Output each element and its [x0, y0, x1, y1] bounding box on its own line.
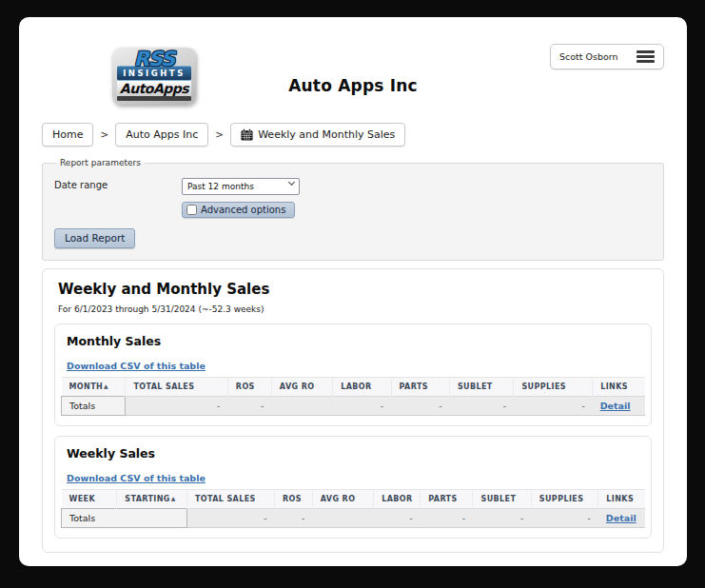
advanced-options-toggle[interactable]: Advanced options: [182, 202, 295, 218]
copyright-line: Copyright 2007 - 2024 Repair Shop Soluti…: [42, 563, 664, 566]
footer: Copyright 2007 - 2024 Repair Shop Soluti…: [42, 563, 664, 566]
column-header-supplies[interactable]: SUPPLIES: [531, 490, 598, 509]
totals-value-cell: -: [374, 509, 421, 528]
column-header-sublet[interactable]: SUBLET: [449, 378, 513, 397]
breadcrumb-separator: >: [215, 128, 224, 140]
breadcrumb-item-home[interactable]: Home: [42, 123, 93, 147]
calendar-icon: [241, 128, 253, 141]
column-header-avg-ro[interactable]: AVG RO: [271, 378, 332, 397]
column-header-total-sales[interactable]: TOTAL SALES: [186, 490, 274, 509]
report-parameters-legend: Report parameters: [56, 158, 145, 167]
monthly-sales-table: MONTH▲TOTAL SALESROSAVG ROLABORPARTSSUBL…: [61, 377, 645, 416]
totals-label-cell: Totals: [62, 509, 187, 528]
table-header-row: MONTH▲TOTAL SALESROSAVG ROLABORPARTSSUBL…: [62, 378, 646, 397]
totals-value-cell: -: [274, 509, 312, 528]
column-header-links[interactable]: LINKS: [598, 490, 645, 509]
totals-value-cell: -: [333, 397, 391, 416]
advanced-options-checkbox[interactable]: [186, 205, 197, 215]
table-header-row: WEEKSTARTING▲TOTAL SALESROSAVG ROLABORPA…: [62, 490, 646, 509]
links-cell: Detail: [598, 509, 645, 528]
monthly-sales-title: Monthly Sales: [67, 334, 645, 348]
page-background: RSS INSIGHTS AutoApps Auto Apps Inc Scot…: [0, 0, 705, 588]
logo-tagline-strip: [117, 96, 191, 101]
breadcrumb-label: Weekly and Monthly Sales: [258, 128, 395, 141]
totals-row: Totals------Detail: [62, 509, 646, 528]
totals-value-cell: -: [421, 509, 473, 528]
breadcrumb-separator: >: [100, 128, 108, 140]
column-header-parts[interactable]: PARTS: [391, 378, 449, 397]
breadcrumb-label: Auto Apps Inc: [126, 128, 198, 141]
column-header-links[interactable]: LINKS: [593, 378, 645, 397]
monthly-sales-section: Monthly Sales Download CSV of this table…: [54, 323, 652, 426]
column-header-labor[interactable]: LABOR: [374, 490, 421, 509]
weekly-sales-table: WEEKSTARTING▲TOTAL SALESROSAVG ROLABORPA…: [61, 489, 645, 528]
app-card: RSS INSIGHTS AutoApps Auto Apps Inc Scot…: [19, 17, 687, 566]
links-cell: Detail: [593, 397, 645, 416]
report-parameters-fieldset: Report parameters Date range Past 12 mon…: [42, 158, 664, 261]
totals-value-cell: -: [391, 397, 449, 416]
weekly-sales-title: Weekly Sales: [67, 446, 645, 461]
column-header-supplies[interactable]: SUPPLIES: [514, 378, 593, 397]
header: RSS INSIGHTS AutoApps Auto Apps Inc Scot…: [42, 42, 664, 122]
weekly-sales-section: Weekly Sales Download CSV of this table …: [54, 436, 652, 539]
totals-value-cell: [271, 397, 332, 416]
hamburger-menu-icon[interactable]: [636, 50, 655, 63]
breadcrumb: Home > Auto Apps Inc > Weekly and: [42, 122, 664, 147]
detail-link[interactable]: Detail: [600, 401, 631, 411]
detail-link[interactable]: Detail: [606, 513, 636, 523]
user-menu[interactable]: Scott Osborn: [550, 44, 664, 69]
column-header-avg-ro[interactable]: AVG RO: [312, 490, 373, 509]
column-header-total-sales[interactable]: TOTAL SALES: [126, 378, 227, 397]
download-csv-link[interactable]: Download CSV of this table: [67, 361, 206, 371]
column-header-sublet[interactable]: SUBLET: [473, 490, 531, 509]
sort-ascending-icon: ▲: [104, 382, 108, 389]
column-header-labor[interactable]: LABOR: [333, 378, 391, 397]
column-header-month[interactable]: MONTH▲: [62, 378, 126, 397]
totals-value-cell: -: [531, 509, 598, 528]
user-name: Scott Osborn: [559, 51, 618, 62]
totals-value-cell: -: [449, 397, 513, 416]
load-report-button[interactable]: Load Report: [54, 228, 135, 248]
rss-insights-autoapps-logo: RSS INSIGHTS AutoApps: [112, 48, 196, 105]
breadcrumb-item-auto-apps-inc[interactable]: Auto Apps Inc: [115, 123, 208, 147]
report-container: Weekly and Monthly Sales For 6/1/2023 th…: [42, 268, 664, 553]
sort-ascending-icon: ▲: [171, 495, 176, 501]
logo-rss-text: RSS: [117, 50, 191, 69]
column-header-ros[interactable]: ROS: [274, 490, 312, 509]
report-title: Weekly and Monthly Sales: [58, 281, 652, 298]
column-header-week[interactable]: WEEK: [62, 490, 117, 509]
totals-value-cell: -: [514, 397, 593, 416]
totals-value-cell: -: [186, 509, 274, 528]
totals-value-cell: -: [126, 397, 227, 416]
totals-value-cell: -: [473, 509, 531, 528]
date-range-select[interactable]: Past 12 months: [182, 178, 300, 195]
totals-value-cell: [312, 509, 373, 528]
column-header-ros[interactable]: ROS: [227, 378, 271, 397]
totals-value-cell: -: [227, 397, 271, 416]
report-date-range-subtitle: For 6/1/2023 through 5/31/2024 (~-52.3 w…: [58, 304, 652, 314]
download-csv-link[interactable]: Download CSV of this table: [67, 473, 206, 483]
date-range-label: Date range: [54, 180, 182, 190]
totals-row: Totals------Detail: [62, 397, 646, 416]
column-header-starting[interactable]: STARTING▲: [117, 490, 187, 509]
breadcrumb-label: Home: [52, 128, 83, 141]
advanced-options-label: Advanced options: [201, 205, 285, 215]
breadcrumb-item-weekly-and-monthly-sales[interactable]: Weekly and Monthly Sales: [230, 123, 405, 147]
totals-label-cell: Totals: [62, 397, 126, 416]
column-header-parts[interactable]: PARTS: [421, 490, 473, 509]
